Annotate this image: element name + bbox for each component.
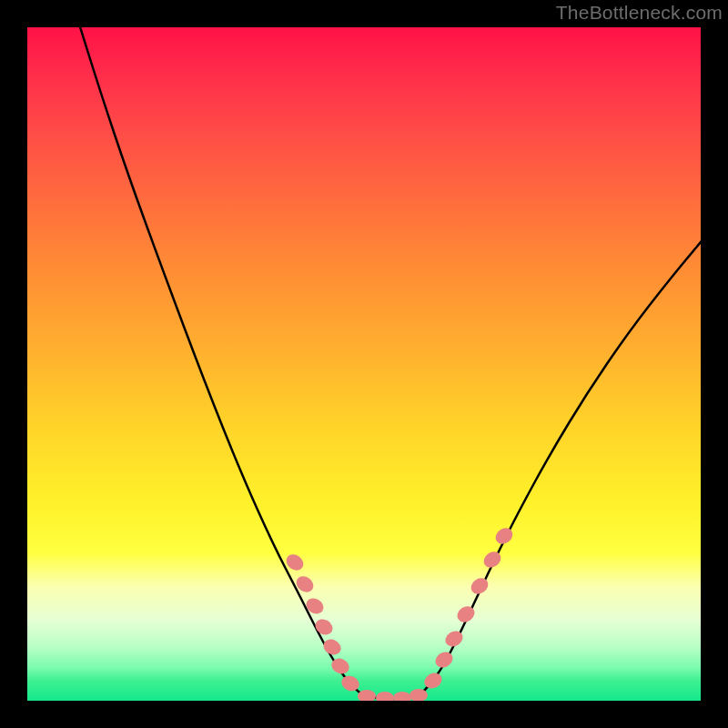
marker-point <box>432 649 455 671</box>
plot-area <box>27 27 701 701</box>
chart-frame: TheBottleneck.com <box>0 0 728 728</box>
curve-right-branch <box>419 237 701 696</box>
marker-point <box>320 636 343 658</box>
marker-point <box>358 690 376 701</box>
curve-left-branch <box>77 27 364 696</box>
watermark-text: TheBottleneck.com <box>556 2 723 24</box>
curve-svg <box>27 27 701 701</box>
scatter-markers <box>283 525 516 701</box>
marker-point <box>393 692 411 701</box>
marker-point <box>312 616 335 638</box>
marker-point <box>376 692 394 701</box>
marker-point <box>492 525 516 548</box>
marker-point <box>480 549 504 571</box>
marker-point <box>303 595 326 617</box>
curve-paths <box>77 27 701 699</box>
